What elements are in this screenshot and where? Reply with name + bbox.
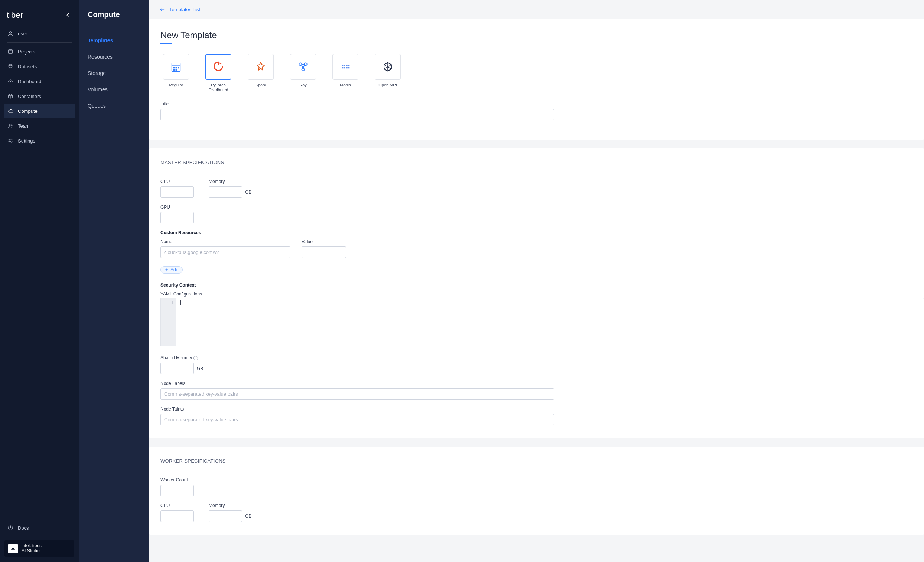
plus-icon — [165, 268, 169, 272]
info-icon[interactable]: i — [194, 356, 198, 360]
framework-tile-spark[interactable]: Spark — [245, 54, 276, 93]
sidebar-item-projects[interactable]: Projects — [4, 44, 75, 59]
framework-label: Spark — [255, 83, 266, 88]
svg-rect-10 — [173, 67, 175, 68]
framework-tile-openmpi[interactable]: Open MPI — [372, 54, 404, 93]
sidebar-item-docs[interactable]: Docs — [4, 520, 75, 535]
svg-rect-25 — [346, 67, 347, 68]
yaml-config-label: YAML Configurations — [160, 291, 913, 297]
dashboard-icon — [8, 78, 14, 84]
user-icon — [8, 30, 14, 36]
yaml-editor[interactable]: 1 | — [160, 298, 924, 346]
title-input[interactable] — [160, 109, 554, 120]
back-button[interactable] — [160, 7, 165, 12]
cpu-label: CPU — [160, 179, 194, 184]
sidebar-item-datasets[interactable]: Datasets — [4, 59, 75, 74]
custom-resource-name-input[interactable] — [160, 246, 290, 258]
svg-point-3 — [9, 124, 10, 126]
svg-point-8 — [10, 529, 10, 529]
primary-sidebar: tiber user Projects — [0, 0, 79, 562]
sec-nav-storage[interactable]: Storage — [79, 65, 149, 81]
svg-rect-1 — [9, 50, 13, 54]
secondary-sidebar: Compute Templates Resources Storage Volu… — [79, 0, 149, 562]
spark-icon — [254, 60, 267, 73]
add-custom-resource-button[interactable]: Add — [160, 266, 183, 274]
sec-nav-templates[interactable]: Templates — [79, 32, 149, 49]
framework-tile-modin[interactable]: Modin — [330, 54, 361, 93]
sec-nav-queues[interactable]: Queues — [79, 97, 149, 114]
svg-point-0 — [9, 31, 11, 33]
framework-tile-regular[interactable]: Regular — [160, 54, 192, 93]
sidebar-item-label: Datasets — [18, 64, 37, 69]
svg-rect-21 — [346, 64, 347, 66]
shared-memory-unit: GB — [197, 366, 203, 374]
pytorch-icon — [212, 60, 225, 73]
framework-selector: Regular PyTorch Distributed Spark — [149, 54, 924, 93]
node-labels-input[interactable] — [160, 388, 554, 400]
framework-tile-pytorch[interactable]: PyTorch Distributed — [203, 54, 234, 93]
chevron-left-icon — [65, 13, 70, 18]
gpu-label: GPU — [160, 205, 194, 210]
worker-memory-label: Memory — [209, 503, 251, 508]
add-label: Add — [171, 267, 178, 273]
master-cpu-input[interactable] — [160, 186, 194, 198]
secondary-sidebar-title: Compute — [79, 7, 149, 32]
worker-section-header: WORKER SPECIFICATIONS — [149, 458, 924, 468]
breadcrumb-link[interactable]: Templates List — [170, 7, 200, 12]
footer-brand[interactable]: intel. tiber. AI Studio — [4, 541, 74, 557]
card-master-specs: MASTER SPECIFICATIONS CPU Memory GB GPU — [149, 148, 924, 438]
title-label: Title — [160, 101, 554, 106]
worker-count-input[interactable] — [160, 485, 194, 496]
help-icon — [8, 525, 14, 531]
svg-point-18 — [302, 68, 304, 71]
title-underline — [160, 43, 172, 44]
main-content: Templates List New Template Regular PyTo… — [149, 0, 924, 562]
master-memory-input[interactable] — [209, 186, 242, 198]
sidebar-item-settings[interactable]: Settings — [4, 133, 75, 148]
shared-memory-input[interactable] — [160, 363, 194, 374]
settings-icon — [8, 138, 14, 144]
framework-tile-ray[interactable]: Ray — [288, 54, 319, 93]
sec-nav-resources[interactable]: Resources — [79, 49, 149, 65]
calendar-icon — [170, 60, 182, 73]
yaml-body[interactable]: | — [176, 298, 924, 346]
sidebar-item-dashboard[interactable]: Dashboard — [4, 74, 75, 89]
worker-cpu-input[interactable] — [160, 510, 194, 522]
sidebar-item-compute[interactable]: Compute — [4, 103, 75, 118]
sidebar-item-team[interactable]: Team — [4, 118, 75, 133]
svg-point-6 — [11, 141, 12, 142]
worker-count-label: Worker Count — [160, 477, 194, 483]
framework-label: Open MPI — [378, 83, 397, 88]
arrow-left-icon — [160, 7, 165, 12]
shared-memory-label: Shared Memoryi — [160, 355, 203, 360]
framework-label: Ray — [299, 83, 307, 88]
sidebar-item-label: Team — [18, 123, 30, 129]
sidebar-item-label: Settings — [18, 138, 35, 144]
svg-rect-11 — [176, 67, 177, 68]
svg-point-2 — [9, 64, 12, 66]
sidebar-item-label: Compute — [18, 108, 38, 114]
custom-resource-value-input[interactable] — [302, 246, 346, 258]
sidebar-item-label: Projects — [18, 49, 35, 55]
svg-point-15 — [220, 63, 221, 64]
datasets-icon — [8, 63, 14, 69]
brand-label: tiber — [7, 10, 23, 20]
sidebar-item-containers[interactable]: Containers — [4, 89, 75, 103]
team-icon — [8, 123, 14, 129]
svg-rect-26 — [348, 67, 350, 68]
worker-memory-input[interactable] — [209, 510, 242, 522]
memory-label: Memory — [209, 179, 251, 184]
sidebar-item-label: Dashboard — [18, 79, 42, 84]
collapse-sidebar-button[interactable] — [64, 11, 72, 19]
cloud-icon — [8, 108, 14, 114]
master-gpu-input[interactable] — [160, 212, 194, 223]
node-taints-input[interactable] — [160, 414, 554, 426]
card-worker-specs: WORKER SPECIFICATIONS Worker Count CPU M… — [149, 447, 924, 535]
framework-label: PyTorch Distributed — [203, 83, 234, 93]
node-taints-label: Node Taints — [160, 406, 554, 412]
svg-point-5 — [9, 139, 10, 140]
sidebar-item-user[interactable]: user — [4, 26, 75, 41]
sec-nav-volumes[interactable]: Volumes — [79, 81, 149, 97]
containers-icon — [8, 93, 14, 99]
card-template-basics: New Template Regular PyTorch Distributed — [149, 19, 924, 139]
